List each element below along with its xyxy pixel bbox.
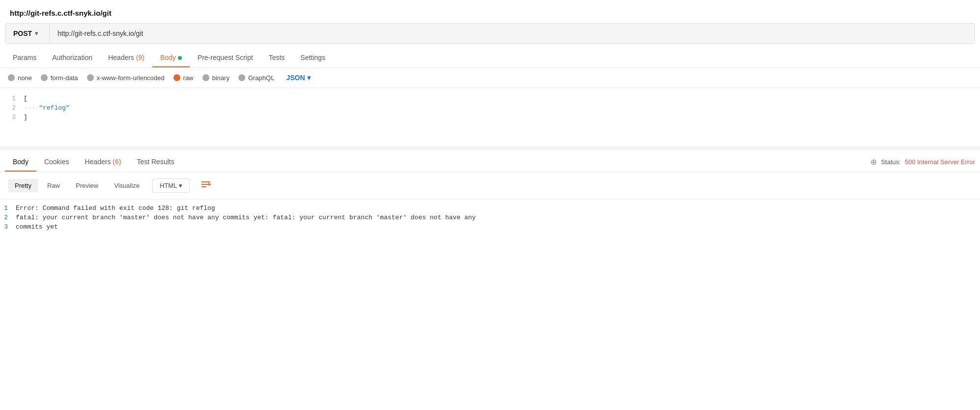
status-area: ⊕ Status: 500 Internal Server Error xyxy=(870,157,975,167)
tab-params[interactable]: Params xyxy=(5,48,44,67)
method-label: POST xyxy=(13,29,32,37)
radio-form-data xyxy=(41,74,48,81)
wrap-button[interactable] xyxy=(196,177,216,194)
chevron-down-icon: ▾ xyxy=(35,30,38,37)
method-selector[interactable]: POST ▾ xyxy=(5,24,50,43)
section-divider xyxy=(0,147,980,150)
radio-graphql xyxy=(238,74,245,81)
response-body: 1 Error: Command failed with exit code 1… xyxy=(0,200,980,235)
radio-none xyxy=(8,74,15,81)
format-tab-pretty[interactable]: Pretty xyxy=(8,179,38,192)
tab-body[interactable]: Body xyxy=(152,48,190,67)
request-bar: POST ▾ xyxy=(5,23,975,44)
tab-settings[interactable]: Settings xyxy=(292,48,333,67)
radio-urlencoded xyxy=(87,74,94,81)
body-type-graphql[interactable]: GraphQL xyxy=(238,74,274,82)
format-selector[interactable]: HTML ▾ xyxy=(152,178,190,193)
code-line-1: 1 [ xyxy=(0,94,980,103)
format-tab-raw[interactable]: Raw xyxy=(40,179,67,192)
resp-line-3: 3 commits yet xyxy=(0,222,980,232)
tab-pre-request[interactable]: Pre-request Script xyxy=(190,48,261,67)
format-tab-preview[interactable]: Preview xyxy=(69,179,105,192)
request-tabs-row: Params Authorization Headers (9) Body Pr… xyxy=(0,48,980,68)
body-type-urlencoded[interactable]: x-www-form-urlencoded xyxy=(87,74,165,82)
resp-line-1: 1 Error: Command failed with exit code 1… xyxy=(0,204,980,213)
json-format-selector[interactable]: JSON ▾ xyxy=(286,74,310,82)
url-input[interactable] xyxy=(50,24,975,43)
response-tab-test-results[interactable]: Test Results xyxy=(129,152,182,172)
response-tabs-row: Body Cookies Headers (6) Test Results ⊕ … xyxy=(0,152,980,172)
body-type-binary[interactable]: binary xyxy=(202,74,230,82)
response-tab-cookies[interactable]: Cookies xyxy=(36,152,77,172)
code-editor: 1 [ 2 ····"reflog" 3 ] xyxy=(0,88,980,147)
page-title: http://git-refs.c.ctf-snyk.io/git xyxy=(0,0,980,23)
body-type-none[interactable]: none xyxy=(8,74,32,82)
chevron-down-icon: ▾ xyxy=(179,182,182,189)
response-tab-headers[interactable]: Headers (6) xyxy=(77,152,129,172)
body-type-form-data[interactable]: form-data xyxy=(41,74,78,82)
code-line-3: 3 ] xyxy=(0,113,980,122)
tab-authorization[interactable]: Authorization xyxy=(44,48,100,67)
body-type-row: none form-data x-www-form-urlencoded raw… xyxy=(0,68,980,88)
body-type-raw[interactable]: raw xyxy=(173,74,194,82)
tab-tests[interactable]: Tests xyxy=(261,48,293,67)
format-tabs-row: Pretty Raw Preview Visualize HTML ▾ xyxy=(0,172,980,200)
chevron-down-icon: ▾ xyxy=(307,74,311,82)
format-tab-visualize[interactable]: Visualize xyxy=(107,179,146,192)
code-line-2: 2 ····"reflog" xyxy=(0,103,980,113)
radio-binary xyxy=(202,74,209,81)
body-active-dot xyxy=(178,56,182,60)
globe-icon: ⊕ xyxy=(870,157,877,167)
resp-line-2: 2 fatal: your current branch 'master' do… xyxy=(0,213,980,222)
status-value: 500 Internal Server Error xyxy=(905,158,975,166)
tab-headers[interactable]: Headers (9) xyxy=(100,48,152,67)
radio-raw xyxy=(173,74,180,81)
response-tab-body[interactable]: Body xyxy=(5,152,36,172)
status-label: Status: xyxy=(881,158,900,166)
